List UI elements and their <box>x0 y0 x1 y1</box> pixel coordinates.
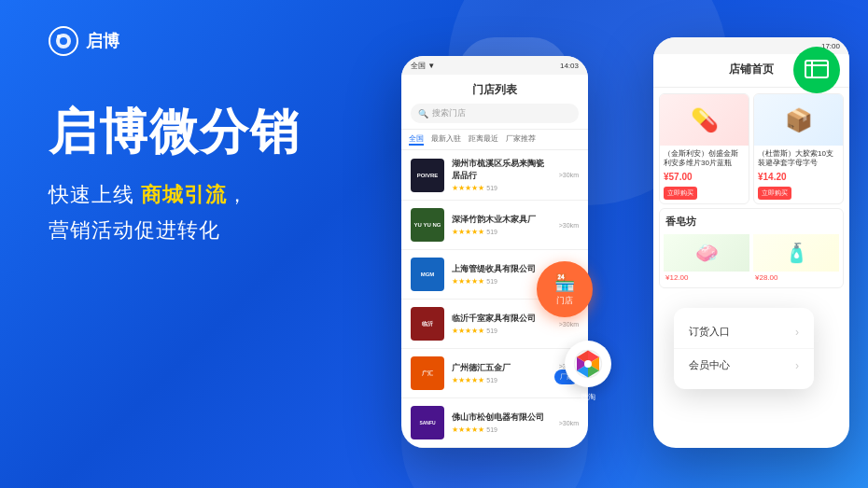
store-distance: >30km <box>559 321 579 328</box>
store-info: 深泽竹韵木业木家具厂 ★★★★★ 519 <box>452 214 552 236</box>
sub-title-suffix: ， <box>227 183 248 206</box>
store-info: 佛山市松创电器有限公司 ★★★★★ 519 <box>452 411 552 434</box>
product-card-sub[interactable]: 🧴 ¥28.00 <box>753 234 839 284</box>
store-name: 广州德汇五金厂 <box>452 362 547 374</box>
list-item[interactable]: POIVRE 湖州市梳溪区乐易来陶瓷居品行 ★★★★★ 519 >30km <box>401 150 588 201</box>
popup-item-label: 订货入口 <box>689 325 730 339</box>
search-placeholder: 搜索门店 <box>432 107 466 119</box>
popup-arrow-icon: › <box>795 326 799 339</box>
product-price: ¥28.00 <box>753 272 839 284</box>
phone-left-status-bar: 全国 ▼ 14:03 <box>401 56 588 75</box>
sub-title-highlight: 商城引流 <box>141 183 227 206</box>
store-name: 深泽竹韵木业木家具厂 <box>452 214 552 226</box>
list-item[interactable]: YU YU NG 深泽竹韵木业木家具厂 ★★★★★ 519 >30km <box>401 201 588 250</box>
popup-item-label: 会员中心 <box>689 358 730 372</box>
store-logo: 临沂 <box>411 307 444 341</box>
popup-item-order[interactable]: 订货入口 › <box>674 315 814 349</box>
sub-title-line2: 营销活动促进转化 <box>49 213 301 247</box>
svg-point-5 <box>584 360 592 368</box>
product-info: （杜蕾斯）大胶索10支装避孕套字母字号 ¥14.20 立即购买 <box>754 146 843 203</box>
product-card-sub[interactable]: 🧼 ¥12.00 <box>664 234 749 284</box>
store-stars: ★★★★★ 519 <box>452 184 552 192</box>
search-icon: 🔍 <box>418 109 428 119</box>
tab-quanguo[interactable]: 全国 <box>409 133 424 146</box>
store-stars: ★★★★★ 519 <box>452 425 552 434</box>
store-info: 湖州市梳溪区乐易来陶瓷居品行 ★★★★★ 519 <box>452 158 552 192</box>
section-title: 香皂坊 <box>665 215 837 229</box>
sub-title-prefix: 快速上线 <box>49 183 141 206</box>
time-left: 14:03 <box>560 62 579 70</box>
product-name: （杜蕾斯）大胶索10支装避孕套字母字号 <box>758 149 839 170</box>
store-distance-area: >30km <box>559 321 579 328</box>
store-logo: YU YU NG <box>411 208 444 242</box>
logo-area: 启博 <box>49 26 119 56</box>
popup-menu: 订货入口 › 会员中心 › <box>674 308 814 389</box>
product-info: （金斯利安）创盛金斯利安多维片30片蓝瓶 ¥57.00 立即购买 <box>660 146 749 203</box>
wheel-label: 微淘 <box>565 392 611 402</box>
store-distance: >30km <box>559 222 579 229</box>
filter-tabs: 全国 最新入驻 距离最近 厂家推荐 <box>401 130 588 150</box>
store-name: 佛山市松创电器有限公司 <box>452 411 552 424</box>
svg-rect-6 <box>805 61 828 77</box>
buy-button[interactable]: 立即购买 <box>758 187 791 200</box>
popup-arrow-icon: › <box>795 359 799 372</box>
store-logo: 广汇 <box>411 356 444 390</box>
store-name: 临沂千室家具有限公司 <box>452 313 552 325</box>
product-image: 🧴 <box>753 234 839 272</box>
xiangpei-section: 香皂坊 <box>660 209 843 234</box>
product-grid: 💊 （金斯利安）创盛金斯利安多维片30片蓝瓶 ¥57.00 立即购买 📦 （杜蕾… <box>653 88 849 294</box>
list-item[interactable]: 广汇 广州德汇五金厂 ★★★★★ 519 >30km 厂家 <box>401 349 588 398</box>
phone-left-nav: 门店列表 🔍 搜索门店 <box>401 75 588 130</box>
store-name: 上海管缇收具有限公司 <box>452 263 552 275</box>
product-image-icon: 📦 <box>785 107 813 133</box>
sub-title-line1: 快速上线 商城引流， <box>49 177 301 212</box>
brand-logo-icon <box>49 26 78 56</box>
popup-item-member[interactable]: 会员中心 › <box>674 349 814 382</box>
phones-container: 全国 ▼ 14:03 门店列表 🔍 搜索门店 全国 最新入驻 距离最近 厂家推荐… <box>383 28 868 485</box>
green-badge <box>793 47 840 93</box>
store-stars: ★★★★★ 519 <box>452 228 552 236</box>
tab-zuixin[interactable]: 最新入驻 <box>431 133 461 146</box>
product-price: ¥14.20 <box>758 172 839 182</box>
product-image-icon: 💊 <box>691 107 719 133</box>
product-image: 🧼 <box>664 234 749 272</box>
store-stars: ★★★★★ 519 <box>452 376 547 384</box>
floating-wheel-button[interactable] <box>565 341 611 387</box>
floating-store-button[interactable]: 🏪 门店 <box>537 261 593 317</box>
store-distance: >30km <box>559 420 579 426</box>
tab-juli[interactable]: 距离最近 <box>469 133 498 146</box>
tab-changjia[interactable]: 厂家推荐 <box>506 133 536 146</box>
carrier: 全国 ▼ <box>411 61 435 71</box>
store-info: 广州德汇五金厂 ★★★★★ 519 <box>452 362 547 384</box>
store-stars: ★★★★★ 519 <box>452 327 552 335</box>
main-title: 启博微分销 <box>49 103 301 160</box>
store-label: 门店 <box>556 295 573 307</box>
phone-left-title: 门店列表 <box>411 82 579 98</box>
product-card[interactable]: 香皂坊 🧼 ¥12.00 🧴 ¥28.00 <box>659 208 844 288</box>
store-distance-area: >30km <box>559 420 579 426</box>
store-icon: 🏪 <box>554 272 575 293</box>
list-item[interactable]: SANFU 佛山市松创电器有限公司 ★★★★★ 519 >30km <box>401 398 588 448</box>
product-subgrid: 🧼 ¥12.00 🧴 ¥28.00 <box>660 234 843 287</box>
store-name: 湖州市梳溪区乐易来陶瓷居品行 <box>452 158 552 182</box>
product-image: 💊 <box>660 94 749 146</box>
hero-section: 启博微分销 快速上线 商城引流， 营销活动促进转化 <box>49 103 301 247</box>
product-price: ¥57.00 <box>664 172 745 182</box>
svg-point-3 <box>57 35 61 38</box>
store-distance-area: >30km <box>559 222 579 229</box>
store-distance: >30km <box>559 172 579 178</box>
svg-point-2 <box>60 37 67 45</box>
phone-left: 全国 ▼ 14:03 门店列表 🔍 搜索门店 全国 最新入驻 距离最近 厂家推荐… <box>401 56 588 448</box>
product-card[interactable]: 📦 （杜蕾斯）大胶索10支装避孕套字母字号 ¥14.20 立即购买 <box>753 93 844 204</box>
store-logo: POIVRE <box>411 159 444 192</box>
product-card[interactable]: 💊 （金斯利安）创盛金斯利安多维片30片蓝瓶 ¥57.00 立即购买 <box>659 93 749 204</box>
product-price: ¥12.00 <box>664 272 749 284</box>
product-image: 📦 <box>754 94 843 146</box>
buy-button[interactable]: 立即购买 <box>664 187 697 200</box>
phone-left-search[interactable]: 🔍 搜索门店 <box>411 104 579 123</box>
store-info: 临沂千室家具有限公司 ★★★★★ 519 <box>452 313 552 335</box>
wheel-icon <box>573 349 603 379</box>
badge-icon <box>804 57 830 83</box>
brand-name: 启博 <box>86 30 119 52</box>
store-distance-area: >30km <box>559 172 579 178</box>
